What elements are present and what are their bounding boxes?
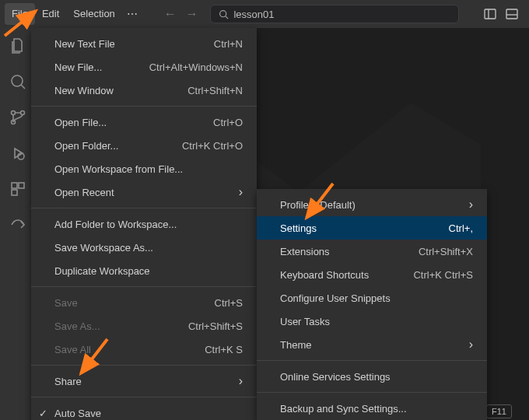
file-menu-new-text-file[interactable]: New Text File Ctrl+N: [31, 32, 257, 55]
file-menu-open-file[interactable]: Open File... Ctrl+O: [31, 110, 257, 134]
pref-menu-keyboard-shortcuts[interactable]: Keyboard Shortcuts Ctrl+K Ctrl+S: [257, 263, 487, 286]
chevron-right-icon: ›: [469, 198, 473, 212]
menu-label: Settings: [280, 222, 317, 234]
svg-rect-15: [12, 190, 17, 195]
menu-label: Open Folder...: [54, 140, 118, 152]
menu-label: Save Workspace As...: [54, 242, 153, 254]
menu-shortcut: Ctrl+Alt+Windows+N: [149, 61, 243, 73]
svg-rect-4: [506, 9, 517, 19]
menu-label: Share: [54, 376, 82, 387]
menu-shortcut: Ctrl+Shift+N: [187, 85, 243, 96]
title-bar: File Edit Selection ⋯ ← → lesson01: [0, 0, 529, 28]
pref-menu-user-tasks[interactable]: User Tasks: [257, 310, 487, 333]
share-icon: [9, 215, 27, 234]
search-text: lesson01: [233, 9, 274, 20]
menu-label: Profiles (Default): [280, 199, 356, 211]
pref-menu-extensions[interactable]: Extensions Ctrl+Shift+X: [257, 240, 487, 263]
pref-menu-settings[interactable]: Settings Ctrl+,: [257, 216, 487, 240]
command-center[interactable]: lesson01: [203, 5, 467, 23]
file-menu-auto-save[interactable]: ✓ Auto Save: [31, 401, 257, 420]
menu-edit[interactable]: Edit: [35, 3, 66, 25]
files-icon: [9, 37, 27, 55]
file-menu-open-recent[interactable]: Open Recent ›: [31, 180, 257, 204]
nav-arrows: ← →: [159, 7, 203, 21]
menu-shortcut: Ctrl+Shift+S: [188, 320, 243, 332]
menu-label: Configure User Snippets: [280, 292, 391, 304]
menu-label: New Text File: [54, 38, 115, 50]
menu-shortcut: Ctrl+K S: [205, 344, 243, 355]
chevron-right-icon: ›: [469, 338, 473, 352]
menu-file[interactable]: File: [5, 3, 35, 25]
svg-line-1: [226, 16, 228, 18]
menu-label: New Window: [54, 85, 114, 96]
svg-rect-13: [12, 183, 17, 188]
menubar: File Edit Selection ⋯: [5, 3, 142, 25]
pref-menu-config-snippets[interactable]: Configure User Snippets: [257, 286, 487, 310]
menu-separator: [31, 286, 257, 287]
menu-label: Theme: [280, 339, 311, 351]
svg-rect-2: [485, 9, 496, 19]
nav-back-icon[interactable]: ←: [164, 7, 177, 21]
search-icon: [219, 9, 229, 19]
menu-separator: [257, 360, 487, 361]
menu-label: User Tasks: [280, 316, 330, 327]
preferences-menu: Profiles (Default) › Settings Ctrl+, Ext…: [257, 189, 487, 420]
menu-label: Extensions: [280, 246, 330, 257]
pref-menu-online-services[interactable]: Online Services Settings: [257, 365, 487, 388]
svg-point-8: [12, 111, 16, 115]
chevron-right-icon: ›: [239, 374, 243, 388]
search-icon: [9, 72, 27, 91]
pref-menu-profiles[interactable]: Profiles (Default) ›: [257, 193, 487, 216]
svg-line-7: [21, 85, 25, 89]
file-menu-share[interactable]: Share ›: [31, 369, 257, 393]
pref-menu-theme[interactable]: Theme ›: [257, 333, 487, 356]
layout-left-icon[interactable]: [484, 8, 496, 20]
menu-shortcut: Ctrl+S: [215, 297, 243, 309]
menu-label: Open Workspace from File...: [54, 163, 183, 175]
menu-separator: [31, 208, 257, 208]
check-icon: ✓: [39, 408, 47, 419]
menu-separator: [31, 106, 257, 107]
svg-point-6: [12, 75, 23, 86]
menu-separator: [31, 365, 257, 366]
menu-label: Keyboard Shortcuts: [280, 269, 369, 281]
branch-icon: [9, 108, 27, 127]
menu-separator: [257, 392, 487, 393]
menu-separator: [31, 397, 257, 397]
debug-icon: [9, 144, 27, 163]
svg-point-0: [220, 10, 226, 16]
file-menu-save: Save Ctrl+S: [31, 291, 257, 314]
file-menu: New Text File Ctrl+N New File... Ctrl+Al…: [31, 28, 257, 420]
menu-label: Open File...: [54, 117, 107, 128]
cropped-shortcut: F11: [486, 404, 512, 418]
file-menu-new-file[interactable]: New File... Ctrl+Alt+Windows+N: [31, 55, 257, 79]
chevron-right-icon: ›: [239, 185, 243, 199]
menu-selection[interactable]: Selection: [66, 3, 121, 25]
menu-label: Backup and Sync Settings...: [280, 403, 407, 415]
file-menu-open-folder[interactable]: Open Folder... Ctrl+K Ctrl+O: [31, 134, 257, 157]
layout-bottom-icon[interactable]: [506, 8, 518, 20]
menu-shortcut: Ctrl+N: [214, 38, 243, 50]
menu-shortcut: Ctrl+K Ctrl+S: [413, 269, 473, 281]
file-menu-duplicate-workspace[interactable]: Duplicate Workspace: [31, 259, 257, 282]
menu-label: Auto Save: [54, 408, 101, 419]
file-menu-open-workspace[interactable]: Open Workspace from File...: [31, 157, 257, 180]
file-menu-save-all: Save All Ctrl+K S: [31, 338, 257, 361]
menu-label: Duplicate Workspace: [54, 265, 150, 277]
layout-controls: [475, 8, 518, 20]
menu-more-icon[interactable]: ⋯: [122, 3, 142, 25]
file-menu-new-window[interactable]: New Window Ctrl+Shift+N: [31, 79, 257, 102]
menu-shortcut: Ctrl+Shift+X: [419, 246, 473, 257]
menu-shortcut: Ctrl+,: [449, 222, 473, 234]
file-menu-add-folder[interactable]: Add Folder to Workspace...: [31, 212, 257, 236]
pref-menu-backup-sync[interactable]: Backup and Sync Settings...: [257, 397, 487, 420]
menu-shortcut: Ctrl+O: [213, 117, 243, 128]
menu-shortcut: Ctrl+K Ctrl+O: [182, 140, 243, 152]
menu-label: Open Recent: [54, 187, 114, 198]
file-menu-save-workspace-as[interactable]: Save Workspace As...: [31, 236, 257, 259]
nav-forward-icon[interactable]: →: [186, 7, 198, 21]
menu-label: Save As...: [54, 320, 100, 332]
menu-label: New File...: [54, 61, 102, 73]
menu-label: Online Services Settings: [280, 371, 391, 383]
extensions-icon: [9, 180, 27, 198]
